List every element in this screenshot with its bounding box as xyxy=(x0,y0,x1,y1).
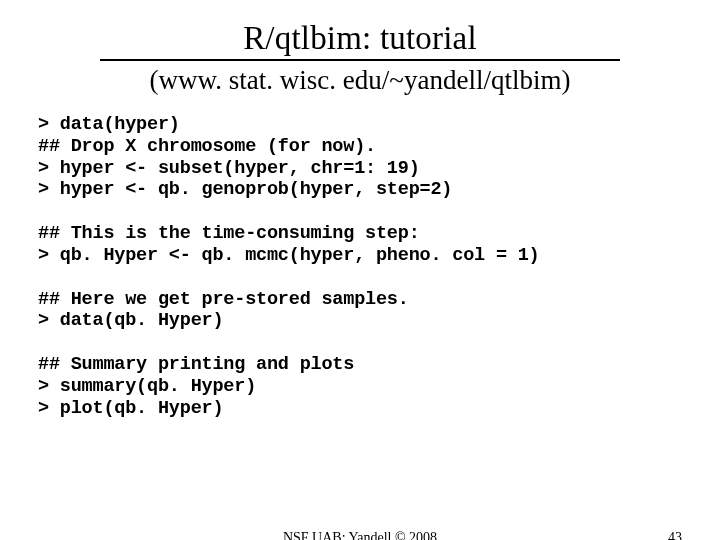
title-underline xyxy=(100,59,620,61)
page-title: R/qtlbim: tutorial xyxy=(0,20,720,57)
page-number: 43 xyxy=(668,530,682,540)
page-subtitle: (www. stat. wisc. edu/~yandell/qtlbim) xyxy=(0,65,720,96)
slide: R/qtlbim: tutorial (www. stat. wisc. edu… xyxy=(0,20,720,540)
footer-center: NSF UAB: Yandell © 2008 xyxy=(0,530,720,540)
code-block: > data(hyper) ## Drop X chromosome (for … xyxy=(38,114,720,420)
